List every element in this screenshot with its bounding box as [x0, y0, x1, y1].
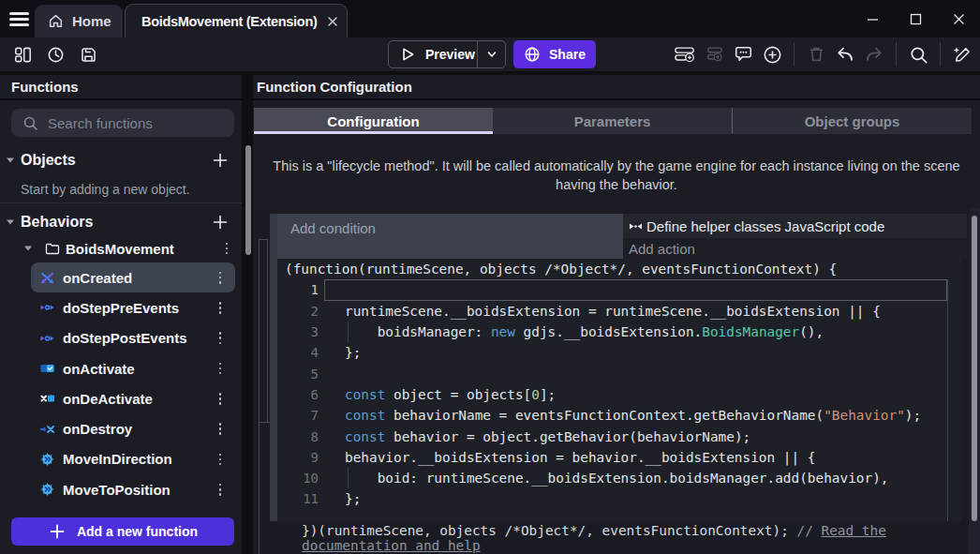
function-item-onActivate[interactable]: onActivate — [31, 353, 235, 383]
event-indent-line — [259, 422, 270, 423]
behaviors-label: Behaviors — [21, 214, 211, 231]
gear-icon — [39, 482, 54, 497]
preview-button[interactable]: Preview — [388, 40, 506, 68]
save-icon[interactable] — [78, 44, 98, 65]
undo-icon[interactable] — [835, 44, 855, 65]
objects-empty-hint: Start by adding a new object. — [21, 182, 190, 197]
toolbar-left — [12, 37, 98, 71]
more-options-icon[interactable] — [213, 484, 228, 496]
add-condition-button[interactable]: Add condition — [277, 214, 623, 259]
caret-down-icon[interactable] — [0, 157, 21, 164]
event-indent-line — [259, 239, 268, 240]
deactivate-icon — [39, 391, 54, 406]
gear-icon — [39, 452, 54, 467]
add-object-button[interactable] — [211, 151, 230, 170]
share-label: Share — [549, 47, 586, 62]
add-action-button[interactable]: Add action — [623, 238, 967, 259]
function-item-label: MoveInDirection — [63, 451, 213, 467]
search-functions-input[interactable]: Search functions — [11, 109, 234, 137]
indent-guide — [348, 468, 349, 488]
close-icon — [952, 12, 966, 26]
footer-code: })(runtimeScene, objects /*Object*/, eve… — [302, 523, 797, 538]
configuration-tabs: ConfigurationParametersObject groups — [254, 108, 972, 134]
toolbar-right — [675, 37, 973, 71]
function-item-label: onActivate — [63, 361, 213, 377]
function-item-label: doStepPostEvents — [63, 330, 213, 346]
js-code-icon — [629, 220, 643, 232]
add-event-icon[interactable] — [675, 44, 695, 65]
add-comment-icon[interactable] — [733, 44, 753, 65]
share-button[interactable]: Share — [513, 40, 596, 68]
maximize-icon — [909, 12, 923, 26]
more-options-icon[interactable] — [213, 363, 228, 375]
more-options-icon[interactable] — [213, 454, 228, 466]
close-button[interactable] — [937, 0, 980, 37]
maximize-button[interactable] — [894, 0, 937, 37]
tab-home[interactable]: Home — [35, 5, 123, 37]
sidebar-scrollbar[interactable] — [245, 145, 251, 255]
function-item-MoveToPosition[interactable]: MoveToPosition — [31, 474, 235, 504]
function-item-onDestroy[interactable]: onDestroy — [31, 413, 235, 443]
behaviors-section-header[interactable]: Behaviors — [0, 208, 242, 236]
search-icon — [22, 115, 38, 131]
panels-icon[interactable] — [12, 44, 33, 65]
caret-down-icon[interactable] — [0, 218, 21, 226]
objects-section-header[interactable]: Objects — [0, 146, 242, 174]
more-options-icon[interactable] — [213, 393, 228, 405]
more-options-icon[interactable] — [219, 243, 234, 255]
more-options-icon[interactable] — [213, 423, 228, 435]
folder-icon — [45, 242, 60, 256]
preview-label: Preview — [425, 47, 475, 62]
behavior-group-row[interactable]: BoidsMovement — [0, 236, 242, 261]
search-icon[interactable] — [908, 44, 928, 65]
add-circle-icon[interactable] — [762, 44, 782, 65]
chevron-down-icon — [485, 48, 498, 61]
tab-object-groups[interactable]: Object groups — [732, 108, 972, 134]
titlebar: Home BoidsMovement (Extension) — [0, 0, 980, 37]
tab-parameters[interactable]: Parameters — [493, 108, 732, 134]
events-scrollbar-track[interactable] — [969, 208, 980, 554]
caret-down-icon — [19, 245, 37, 252]
lifecycle-description: This is a "lifecycle method". It will be… — [270, 157, 963, 194]
function-item-label: MoveToPosition — [63, 482, 213, 498]
indent-guide — [348, 322, 349, 342]
more-options-icon[interactable] — [213, 272, 228, 284]
function-item-onDeActivate[interactable]: onDeActivate — [31, 383, 235, 413]
activate-icon — [39, 361, 54, 376]
more-options-icon[interactable] — [213, 332, 228, 344]
function-item-label: onCreated — [63, 270, 213, 286]
event-indent-line — [267, 239, 268, 422]
more-options-icon[interactable] — [213, 302, 228, 314]
edit-spark-icon[interactable] — [952, 44, 973, 65]
function-item-MoveInDirection[interactable]: MoveInDirection — [31, 444, 235, 474]
function-item-doStepPostEvents[interactable]: doStepPostEvents — [31, 323, 235, 353]
event-drag-handle[interactable] — [270, 214, 277, 521]
tab-close-icon[interactable] — [326, 15, 339, 28]
preview-dropdown-button[interactable] — [477, 41, 505, 67]
toolbar-divider — [940, 42, 941, 67]
code-editor[interactable]: (function(runtimeScene, objects /*Object… — [277, 259, 961, 521]
toolbar-divider — [794, 42, 794, 67]
tab-configuration[interactable]: Configuration — [254, 108, 493, 134]
function-item-onCreated[interactable]: onCreated — [31, 262, 235, 292]
behavior-items: onCreateddoStepPreEventsdoStepPostEvents… — [0, 262, 242, 504]
minimize-icon — [866, 12, 880, 26]
function-item-label: onDestroy — [63, 421, 213, 437]
minimize-button[interactable] — [851, 0, 894, 37]
toolbar: Preview Share — [0, 37, 980, 71]
event-indent-line — [259, 239, 260, 554]
created-icon — [39, 270, 54, 285]
add-behavior-button[interactable] — [211, 213, 230, 232]
js-event-title[interactable]: Define helper classes JavaScript code — [623, 214, 967, 238]
menu-icon[interactable] — [9, 12, 29, 26]
tab-extension[interactable]: BoidsMovement (Extension) — [125, 4, 348, 37]
search-placeholder: Search functions — [48, 115, 153, 131]
function-item-doStepPreEvents[interactable]: doStepPreEvents — [31, 292, 235, 322]
add-function-button[interactable]: Add a new function — [11, 517, 234, 546]
code-footer: })(runtimeScene, objects /*Object*/, eve… — [302, 524, 977, 553]
history-icon[interactable] — [45, 44, 66, 65]
events-scrollbar-thumb[interactable] — [972, 216, 977, 521]
footer-comment: // — [797, 523, 822, 538]
js-event-title-label: Define helper classes JavaScript code — [646, 218, 884, 234]
step-icon — [39, 300, 54, 315]
